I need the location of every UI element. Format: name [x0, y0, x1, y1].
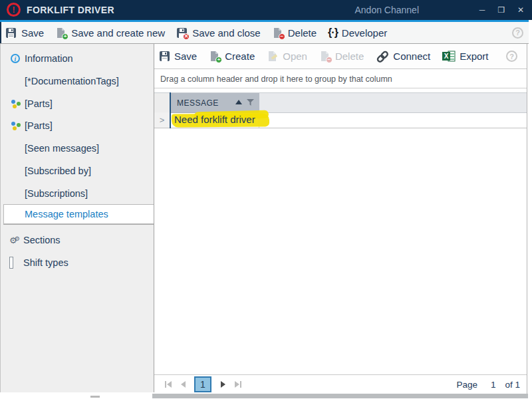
- save-create-icon: +: [55, 27, 67, 39]
- save-and-close-label: Save and close: [192, 27, 261, 39]
- sidebar-item-label: [Parts]: [1, 98, 53, 109]
- sidebar-item-subscriptions[interactable]: [Subscriptions]: [1, 186, 154, 201]
- grid-header-empty: [259, 93, 527, 113]
- next-page-button[interactable]: [215, 377, 230, 392]
- save-and-create-new-label: Save and create new: [71, 27, 165, 39]
- message-cell: Need forklift driver: [174, 114, 255, 125]
- row-indicator-header-cell: [154, 93, 170, 113]
- developer-button[interactable]: {·} Developer: [328, 27, 387, 39]
- window-title: FORKLIFT DRIVER: [27, 5, 114, 15]
- plus-badge-icon: +: [62, 33, 68, 40]
- sidebar-item-information[interactable]: i Information: [1, 51, 154, 66]
- info-icon: i: [11, 53, 21, 64]
- alert-icon: !: [7, 3, 21, 17]
- previous-page-button: [176, 377, 190, 392]
- page-of-label: of 1: [505, 380, 520, 390]
- sidebar-item-message-templates[interactable]: Message templates: [3, 204, 154, 224]
- last-page-button: [230, 377, 245, 392]
- open-icon: [267, 51, 279, 62]
- grid-header-row: MESSAGE: [154, 92, 527, 112]
- window-controls: ─ ❒ ✕: [477, 0, 525, 20]
- window-right-edge: [529, 20, 532, 399]
- floppy-save-icon: [159, 51, 170, 62]
- sidebar-item-parts-1[interactable]: [Parts]: [1, 96, 154, 112]
- grid-toolbar: Save + Create Open − Delete: [154, 44, 527, 69]
- save-close-icon: ✕: [176, 27, 188, 39]
- pager-bar: 1 Page 1 of 1: [154, 374, 527, 394]
- save-and-create-new-button[interactable]: + Save and create new: [55, 27, 165, 39]
- page-label: Page: [456, 380, 477, 390]
- parts-icon: [11, 98, 21, 109]
- sidebar-item-parts-2[interactable]: [Parts]: [1, 118, 154, 134]
- grid-connect-label: Connect: [393, 51, 430, 62]
- sidebar-item-sections[interactable]: ⚙⚙ Sections: [1, 232, 154, 248]
- grid-export-label: Export: [460, 51, 488, 62]
- minus-badge-icon: −: [279, 33, 285, 40]
- content-panel: Save + Create Open − Delete: [154, 44, 527, 394]
- grid-delete-button: − Delete: [319, 51, 364, 62]
- grid-help-icon[interactable]: ?: [506, 51, 517, 62]
- sort-ascending-icon: [235, 100, 242, 104]
- floppy-save-icon: [5, 27, 17, 39]
- delete-button[interactable]: − Delete: [272, 27, 317, 39]
- grid-export-button[interactable]: X Export: [442, 51, 488, 62]
- plus-badge-icon: +: [215, 57, 222, 63]
- close-badge-icon: ✕: [183, 33, 190, 40]
- delete-icon: −: [319, 51, 331, 62]
- developer-label: Developer: [342, 27, 387, 39]
- active-column-indicator: [170, 92, 171, 128]
- resize-gripper: [90, 396, 100, 398]
- shift-types-icon: [9, 257, 20, 268]
- save-and-close-button[interactable]: ✕ Save and close: [176, 27, 261, 39]
- grid-create-button[interactable]: + Create: [209, 51, 255, 62]
- sidebar-item-label: [Parts]: [1, 120, 53, 131]
- create-icon: +: [209, 51, 221, 62]
- grid-save-button[interactable]: Save: [159, 51, 197, 62]
- developer-icon: {·}: [328, 27, 338, 39]
- excel-export-icon: X: [442, 51, 456, 62]
- sidebar-item-label: [Subscriptions]: [1, 188, 88, 199]
- sidebar-group-divider: [3, 224, 154, 225]
- page-info: Page 1 of 1: [456, 380, 520, 390]
- grid-row-need-forklift-driver[interactable]: > Need forklift driver: [154, 112, 527, 128]
- row-expander-chevron: >: [160, 115, 165, 125]
- maximize-button[interactable]: ❒: [497, 5, 506, 15]
- group-by-hint-text: Drag a column header and drop it here to…: [160, 74, 392, 84]
- save-label: Save: [21, 27, 44, 39]
- parts-icon: [11, 120, 21, 131]
- filter-funnel-icon[interactable]: [247, 99, 255, 108]
- sidebar-item-seen-messages[interactable]: [Seen messages]: [1, 140, 154, 156]
- column-header-label: MESSAGE: [177, 98, 219, 108]
- sidebar-item-label: [Subscribed by]: [1, 166, 91, 176]
- delete-label: Delete: [288, 27, 317, 39]
- title-bar: ! FORKLIFT DRIVER Andon Channel ─ ❒ ✕: [0, 0, 532, 20]
- app-window: ! FORKLIFT DRIVER Andon Channel ─ ❒ ✕ Sa…: [0, 0, 532, 399]
- sidebar-item-documentation-tags[interactable]: [*DocumentationTags]: [1, 73, 154, 89]
- sidebar-item-subscribed-by[interactable]: [Subscribed by]: [1, 163, 154, 179]
- grid-open-label: Open: [283, 51, 307, 62]
- help-icon[interactable]: ?: [512, 27, 523, 39]
- group-by-drop-zone[interactable]: Drag a column header and drop it here to…: [154, 70, 527, 88]
- main-toolbar: Save + Save and create new ✕ Save and cl…: [0, 22, 529, 44]
- window-bottom-edge: [0, 394, 532, 399]
- grid-delete-label: Delete: [335, 51, 364, 62]
- row-expander-cell[interactable]: >: [154, 112, 170, 128]
- grid-save-label: Save: [174, 51, 197, 62]
- sidebar-item-shift-types[interactable]: Shift types: [1, 255, 154, 271]
- page-number-button[interactable]: 1: [194, 376, 211, 392]
- grid-open-button: Open: [267, 51, 307, 62]
- first-page-button: [161, 377, 176, 392]
- svg-text:X: X: [444, 53, 449, 60]
- sections-gears-icon: ⚙⚙: [9, 235, 20, 245]
- delete-icon: −: [272, 27, 284, 39]
- close-button[interactable]: ✕: [516, 5, 525, 15]
- sidebar-item-label: [Seen messages]: [1, 143, 99, 154]
- connect-chain-icon: [376, 51, 389, 63]
- sidebar: i Information [*DocumentationTags] [Part…: [0, 44, 154, 392]
- bottom-edge-shadow: [152, 394, 528, 398]
- minus-badge-icon: −: [326, 57, 332, 63]
- window-subtitle: Andon Channel: [354, 5, 419, 15]
- minimize-button[interactable]: ─: [477, 5, 487, 15]
- grid-connect-button[interactable]: Connect: [376, 51, 430, 63]
- save-button[interactable]: Save: [5, 27, 44, 39]
